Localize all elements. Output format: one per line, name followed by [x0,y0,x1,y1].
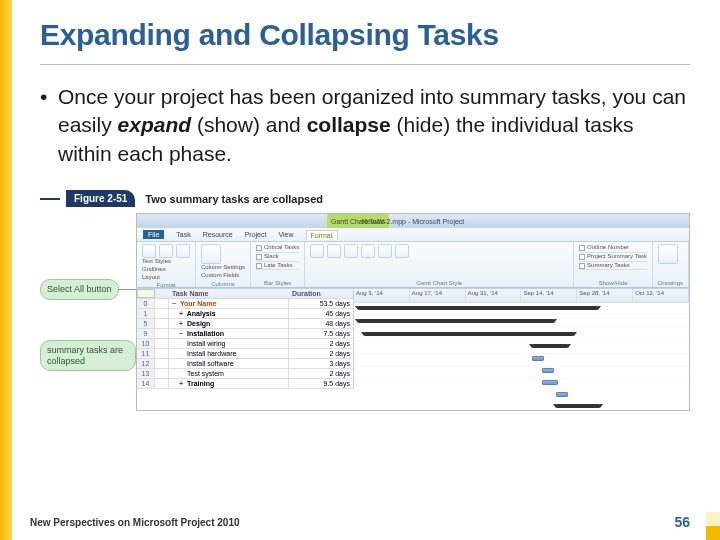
gantt-style-swatch[interactable] [344,244,358,258]
table-row[interactable]: 0− Your Name53.5 days [137,299,353,309]
gantt-task-bar[interactable] [532,356,544,361]
bullet-1: Once your project has been organized int… [40,83,690,168]
expand-icon[interactable]: + [179,380,183,387]
ribbon-group-label: Bar Styles [256,280,299,286]
row-task-name: − Installation [169,329,289,338]
task-name-column-header[interactable]: Task Name [169,289,289,298]
ribbon-group-label: Show/Hide [579,280,647,286]
table-header-row: Task Name Duration [137,289,353,299]
row-duration: 2 days [289,349,353,358]
gantt-task-bar[interactable] [542,380,558,385]
row-id: 0 [137,299,155,308]
gridlines-icon[interactable] [159,244,173,258]
ribbon: Text Styles Gridlines Layout Format Colu… [137,242,689,288]
row-task-name: Install hardware [169,349,289,358]
row-indicator [155,359,169,368]
ribbon-group-label: Columns [201,281,245,287]
collapse-icon[interactable]: − [172,300,176,307]
ribbon-barstyles-labels: Critical Tasks Slack Late Tasks [256,244,299,270]
gantt-summary-bar[interactable] [364,332,574,336]
ribbon-group-format: Text Styles Gridlines Layout Format [137,242,196,287]
ribbon-group-showhide: Outline Number Project Summary Task Summ… [574,242,653,287]
figure-label: Figure 2-51 [66,190,135,207]
layout-icon[interactable] [176,244,190,258]
text-styles-icon[interactable] [142,244,156,258]
row-id: 1 [137,309,155,318]
gantt-summary-bar[interactable] [358,319,554,323]
ribbon-columns-labels: Column Settings Custom Fields [201,264,245,280]
timescale-tick: Oct 12, '14 [633,289,689,302]
bullet-emphasis-collapse: collapse [307,113,391,136]
table-row[interactable]: 5+ Design48 days [137,319,353,329]
gantt-summary-bar[interactable] [358,306,598,310]
table-row[interactable]: 12 Install software3 days [137,359,353,369]
table-row[interactable]: 10 Install wiring2 days [137,339,353,349]
tab-project[interactable]: Project [245,231,267,238]
figure-caption: Two summary tasks are collapsed [145,193,323,205]
task-table: Task Name Duration 0− Your Name53.5 days… [137,289,353,389]
row-id: 9 [137,329,155,338]
table-row[interactable]: 14+ Training9.5 days [137,379,353,389]
row-id: 5 [137,319,155,328]
row-duration: 2 days [289,369,353,378]
gantt-summary-bar[interactable] [532,344,568,348]
row-id: 11 [137,349,155,358]
gantt-style-swatch[interactable] [378,244,392,258]
gantt-style-swatch[interactable] [310,244,324,258]
figure-header: Figure 2-51 Two summary tasks are collap… [40,190,690,207]
ribbon-group-barstyles: Critical Tasks Slack Late Tasks Bar Styl… [251,242,305,287]
ribbon-showhide-labels: Outline Number Project Summary Task Summ… [579,244,647,270]
page-number: 56 [674,514,690,530]
table-row[interactable]: 11 Install hardware2 days [137,349,353,359]
row-id: 14 [137,379,155,388]
ribbon-format-labels: Text Styles Gridlines Layout [142,258,190,281]
row-task-name: + Training [169,379,289,388]
tab-view[interactable]: View [278,231,293,238]
row-indicator [155,309,169,318]
drawing-icon[interactable] [658,244,678,264]
row-indicator [155,369,169,378]
corner-accent-light [706,512,720,526]
expand-icon[interactable]: + [179,310,183,317]
gantt-style-swatch[interactable] [361,244,375,258]
table-row[interactable]: 1+ Analysis45 days [137,309,353,319]
tab-resource[interactable]: Resource [203,231,233,238]
row-duration: 7.5 days [289,329,353,338]
row-task-name: + Design [169,319,289,328]
gantt-style-swatch[interactable] [395,244,409,258]
select-all-button[interactable] [137,289,155,298]
indicator-column-header[interactable] [155,289,169,298]
callout-select-all: Select All button [40,279,119,300]
table-row[interactable]: 13 Test system2 days [137,369,353,379]
row-task-name: + Analysis [169,309,289,318]
gantt-task-bar[interactable] [556,392,568,397]
window-titlebar: Gantt Chart Tools NewAV-2.mpp - Microsof… [137,214,689,228]
gantt-task-bar[interactable] [542,368,554,373]
figure-body: Select All button summary tasks are coll… [40,213,690,411]
expand-icon[interactable]: + [179,320,183,327]
row-duration: 3 days [289,359,353,368]
ms-project-screenshot: Gantt Chart Tools NewAV-2.mpp - Microsof… [136,213,690,411]
timescale-tick: Sep 28, '14 [577,289,633,302]
ribbon-group-ganttstyle: Gantt Chart Style [305,242,574,287]
row-indicator [155,299,169,308]
callout-collapsed: summary tasks are collapsed [40,340,136,372]
bullet-text-2: (show) and [191,113,307,136]
table-row[interactable]: 9− Installation7.5 days [137,329,353,339]
ribbon-group-label: Gantt Chart Style [310,280,568,286]
tab-task[interactable]: Task [176,231,190,238]
row-duration: 48 days [289,319,353,328]
gold-accent-bar [0,0,12,540]
gantt-style-swatch[interactable] [327,244,341,258]
row-indicator [155,319,169,328]
timescale-tick: Aug 3, '14 [354,289,410,302]
tab-file[interactable]: File [143,230,164,239]
duration-column-header[interactable]: Duration [289,289,353,298]
tab-format[interactable]: Format [306,230,338,240]
slide-content: Expanding and Collapsing Tasks Once your… [40,18,690,510]
row-id: 10 [137,339,155,348]
insert-column-icon[interactable] [201,244,221,264]
row-task-name: − Your Name [169,299,289,308]
collapse-icon[interactable]: − [179,330,183,337]
gantt-summary-bar[interactable] [556,404,600,408]
